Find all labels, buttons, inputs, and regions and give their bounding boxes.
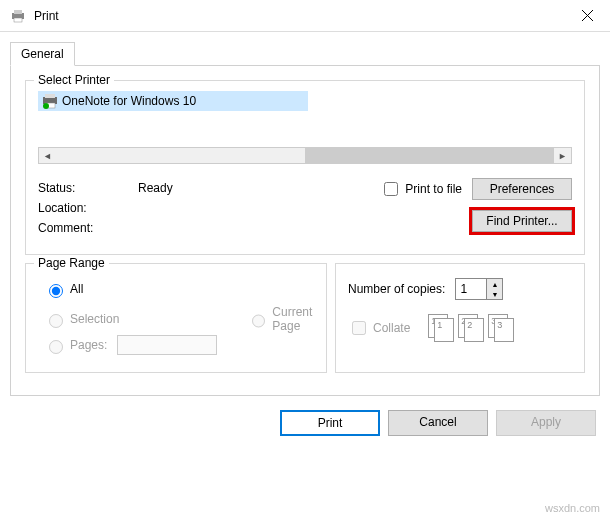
radio-current-page: [252, 314, 265, 328]
radio-all[interactable]: [49, 284, 63, 298]
select-printer-group: Select Printer OneNote for Windows 10 ◄ …: [25, 80, 585, 255]
page-range-label: Page Range: [34, 256, 109, 270]
find-printer-button[interactable]: Find Printer...: [472, 210, 572, 232]
svg-point-8: [43, 103, 49, 109]
collate-label: Collate: [373, 321, 410, 335]
window-title: Print: [34, 9, 565, 23]
watermark: wsxdn.com: [545, 502, 600, 514]
radio-pages: [49, 340, 63, 354]
print-button[interactable]: Print: [280, 410, 380, 436]
comment-label: Comment:: [38, 218, 138, 238]
location-label: Location:: [38, 198, 138, 218]
preferences-button[interactable]: Preferences: [472, 178, 572, 200]
horizontal-scrollbar[interactable]: ◄ ►: [38, 147, 572, 164]
radio-selection-label: Selection: [70, 312, 119, 326]
spinner-up-icon[interactable]: ▲: [487, 279, 502, 289]
printer-item-onenote[interactable]: OneNote for Windows 10: [38, 91, 308, 111]
radio-current-page-label: Current Page: [272, 305, 314, 333]
printer-icon: [10, 8, 26, 24]
scroll-left-icon[interactable]: ◄: [39, 148, 56, 163]
pages-input: [117, 335, 217, 355]
svg-rect-6: [45, 94, 55, 98]
copies-input[interactable]: [456, 279, 486, 299]
print-to-file-label: Print to file: [405, 182, 462, 196]
printer-onenote-icon: [42, 93, 58, 109]
printer-item-label: OneNote for Windows 10: [62, 94, 196, 108]
radio-selection: [49, 314, 63, 328]
printer-list[interactable]: OneNote for Windows 10: [38, 91, 572, 147]
status-value: Ready: [138, 178, 268, 198]
page-range-group: Page Range All Selection Pages:: [25, 263, 327, 373]
radio-pages-label: Pages:: [70, 338, 107, 352]
scroll-track[interactable]: [56, 148, 305, 163]
svg-rect-1: [14, 10, 22, 14]
spinner-down-icon[interactable]: ▼: [487, 289, 502, 299]
print-to-file-checkbox[interactable]: Print to file: [380, 179, 462, 199]
radio-all-label: All: [70, 282, 83, 296]
select-printer-label: Select Printer: [34, 73, 114, 87]
status-label: Status:: [38, 178, 138, 198]
scroll-right-icon[interactable]: ►: [554, 148, 571, 163]
tab-general[interactable]: General: [10, 42, 75, 66]
collate-icon: 1 1 2 2 3 3: [428, 314, 514, 342]
scroll-thumb[interactable]: [305, 148, 554, 163]
copies-label: Number of copies:: [348, 282, 445, 296]
title-bar: Print: [0, 0, 610, 32]
print-to-file-input[interactable]: [384, 182, 398, 196]
cancel-button[interactable]: Cancel: [388, 410, 488, 436]
svg-rect-2: [14, 18, 22, 22]
collate-checkbox: [352, 321, 366, 335]
copies-spinner[interactable]: ▲ ▼: [455, 278, 503, 300]
copies-group: Number of copies: ▲ ▼ Collate 1: [335, 263, 585, 373]
apply-button: Apply: [496, 410, 596, 436]
close-button[interactable]: [565, 0, 610, 32]
